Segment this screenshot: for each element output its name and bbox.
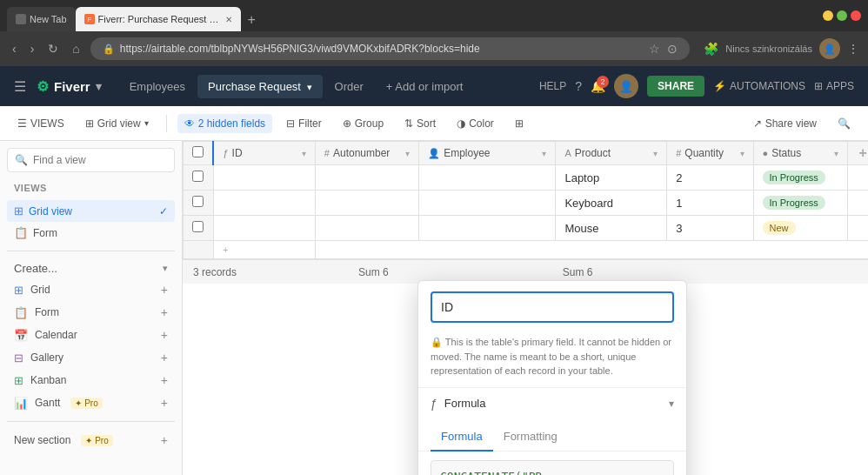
add-row[interactable]: +	[184, 241, 869, 259]
checkbox-header-cell[interactable]	[184, 142, 214, 165]
type-selector[interactable]: ƒ Formula ▾	[418, 388, 686, 419]
sidebar-item-grid-view[interactable]: ⊞ Grid view ✓	[7, 200, 175, 222]
col-header-id[interactable]: ƒ ID ▾	[213, 142, 315, 165]
row-1-id[interactable]	[213, 165, 315, 191]
row-2-checkbox-cell[interactable]	[184, 191, 214, 216]
row-3-quantity[interactable]: 3	[667, 216, 753, 241]
header-tab-order[interactable]: Order	[324, 75, 374, 98]
col-header-autonumber[interactable]: # Autonumber ▾	[315, 142, 418, 165]
add-gantt-icon[interactable]: +	[161, 396, 168, 410]
header-tab-add-import[interactable]: + Add or import	[376, 75, 474, 98]
col-header-product[interactable]: A Product ▾	[556, 142, 667, 165]
col-header-quantity[interactable]: # Quantity ▾	[667, 142, 753, 165]
row-3-product[interactable]: Mouse	[556, 216, 667, 241]
browser-tab-active[interactable]: F Fiverr: Purchase Request - Airtab... ✕	[76, 7, 241, 31]
add-column-button[interactable]: +	[848, 142, 868, 165]
row-3-checkbox[interactable]	[192, 221, 204, 232]
create-section-header[interactable]: Create... ▾	[7, 258, 175, 278]
formula-editor[interactable]: CONCATENATE("PR-",Autonumber,"/",YEAR(TO…	[431, 460, 674, 476]
formula-tab[interactable]: Formula	[431, 423, 493, 452]
grid-view-button[interactable]: ⊞ Grid view ▾	[78, 114, 156, 133]
col-header-status[interactable]: ● Status ▾	[753, 142, 848, 165]
row-1-quantity[interactable]: 2	[667, 165, 753, 191]
close-button[interactable]: ✕	[851, 10, 861, 21]
automations-button[interactable]: ⚡ AUTOMATIONS	[713, 80, 805, 92]
add-kanban-icon[interactable]: +	[161, 373, 168, 387]
group-button[interactable]: ⊕ Group	[336, 114, 391, 133]
row-1-employee[interactable]	[419, 165, 556, 191]
add-form-icon[interactable]: +	[161, 305, 168, 319]
add-grid-icon[interactable]: +	[161, 283, 168, 297]
create-calendar-item[interactable]: 📅 Calendar +	[7, 324, 175, 346]
formula-type-icon: ƒ	[431, 397, 437, 411]
create-gallery-label: Gallery	[30, 351, 63, 364]
filter-button[interactable]: ⊟ Filter	[279, 114, 329, 133]
row-2-product[interactable]: Keyboard	[556, 191, 667, 216]
address-bar[interactable]: 🔒 https://airtable.com/tblbpNYWsH56PNlG3…	[90, 37, 691, 60]
add-gallery-icon[interactable]: +	[161, 351, 168, 365]
row-1-checkbox[interactable]	[192, 171, 204, 182]
create-grid-item[interactable]: ⊞ Grid +	[7, 278, 175, 301]
profile-avatar[interactable]: 👤	[819, 38, 840, 59]
apps-button[interactable]: ⊞ APPS	[814, 80, 854, 92]
bookmark-icon[interactable]: ⊙	[667, 42, 678, 56]
star-icon[interactable]: ☆	[649, 42, 660, 56]
row-2-checkbox[interactable]	[192, 196, 204, 207]
notification-bell[interactable]: 🔔 2	[591, 79, 605, 93]
add-row-button[interactable]: +	[213, 241, 315, 259]
help-link[interactable]: HELP	[539, 80, 566, 92]
color-button[interactable]: ◑ Color	[450, 114, 501, 133]
share-view-button[interactable]: ↗ Share view	[746, 114, 824, 133]
find-view-search[interactable]: 🔍	[7, 148, 175, 172]
home-button[interactable]: ⌂	[69, 38, 83, 59]
tab-favicon-active: F	[84, 14, 95, 24]
tab-close-btn[interactable]: ✕	[225, 15, 232, 24]
find-view-input[interactable]	[33, 154, 167, 166]
menu-icon[interactable]: ⋮	[847, 42, 859, 56]
create-gallery-item[interactable]: ⊟ Gallery +	[7, 346, 175, 369]
extensions-icon[interactable]: 🧩	[704, 42, 718, 56]
hamburger-icon[interactable]: ☰	[14, 78, 26, 95]
add-calendar-icon[interactable]: +	[161, 328, 168, 342]
density-button[interactable]: ⊞	[508, 114, 531, 133]
add-section-icon[interactable]: +	[161, 433, 168, 447]
sort-button[interactable]: ⇅ Sort	[397, 114, 443, 133]
create-form-item[interactable]: 📋 Form +	[7, 301, 175, 324]
header-tab-purchase-request[interactable]: Purchase Request ▾	[197, 75, 323, 98]
formatting-tab[interactable]: Formatting	[493, 423, 568, 452]
forward-button[interactable]: ›	[27, 38, 38, 59]
hidden-fields-button[interactable]: 👁 2 hidden fields	[177, 114, 272, 133]
add-import-label: Add or import	[395, 80, 463, 93]
sidebar-divider-2	[7, 421, 175, 422]
row-2-employee[interactable]	[419, 191, 556, 216]
row-2-id[interactable]	[213, 191, 315, 216]
minimize-button[interactable]: —	[823, 10, 833, 21]
group-icon: ⊕	[343, 117, 351, 130]
search-button[interactable]: 🔍	[831, 114, 858, 133]
create-kanban-item[interactable]: ⊞ Kanban +	[7, 369, 175, 391]
row-3-employee[interactable]	[419, 216, 556, 241]
question-icon[interactable]: ?	[575, 79, 582, 93]
sidebar-item-form-view[interactable]: 📋 Form	[7, 222, 175, 244]
row-2-quantity[interactable]: 1	[667, 191, 753, 216]
back-button[interactable]: ‹	[9, 38, 20, 59]
new-section-item[interactable]: New section ✦ Pro +	[7, 429, 175, 452]
row-2-autonumber[interactable]	[315, 191, 418, 216]
row-3-checkbox-cell[interactable]	[184, 216, 214, 241]
user-avatar[interactable]: 👤	[614, 74, 638, 98]
create-gantt-item[interactable]: 📊 Gantt ✦ Pro +	[7, 391, 175, 414]
new-tab-button[interactable]: +	[241, 9, 263, 31]
select-all-checkbox[interactable]	[192, 146, 204, 157]
reload-button[interactable]: ↻	[44, 38, 62, 59]
row-1-checkbox-cell[interactable]	[184, 165, 214, 191]
share-button[interactable]: SHARE	[647, 76, 704, 97]
header-tab-employees[interactable]: Employees	[119, 75, 196, 98]
row-3-autonumber[interactable]	[315, 216, 418, 241]
col-header-employee[interactable]: 👤 Employee ▾	[419, 142, 556, 165]
maximize-button[interactable]: □	[837, 10, 847, 21]
row-1-product[interactable]: Laptop	[556, 165, 667, 191]
views-toggle[interactable]: ☰ VIEWS	[10, 114, 71, 133]
row-1-autonumber[interactable]	[315, 165, 418, 191]
row-3-id[interactable]	[213, 216, 315, 241]
field-name-input[interactable]	[431, 291, 674, 323]
